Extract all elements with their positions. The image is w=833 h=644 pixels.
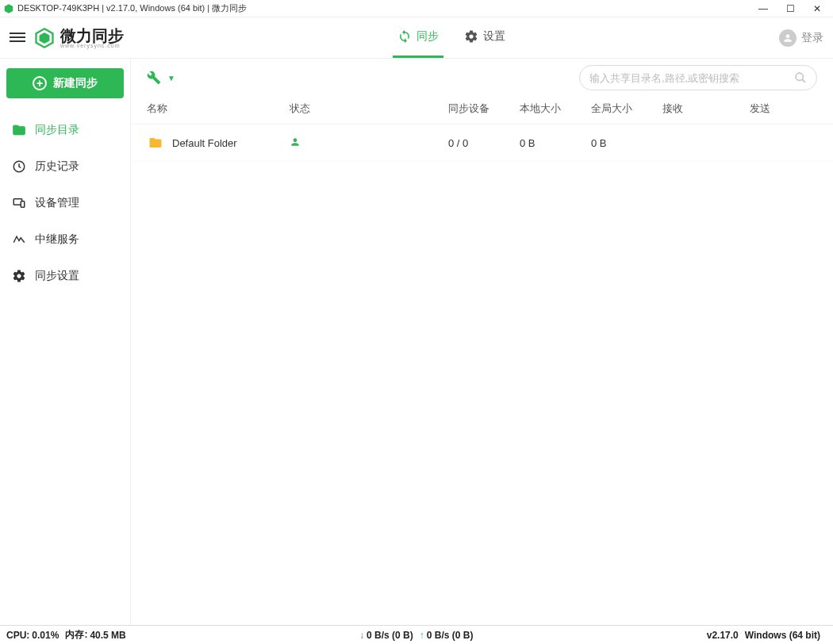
sidebar-item-sync-settings[interactable]: 同步设置 (6, 260, 124, 292)
os-label: Windows (64 bit) (745, 630, 820, 641)
main-panel: ▼ 名称 状态 同步设备 本地大小 全局大小 接收 发送 Default Fol… (131, 59, 833, 625)
svg-point-6 (796, 73, 803, 80)
gear-icon (11, 268, 27, 284)
sidebar-item-history[interactable]: 历史记录 (6, 151, 124, 182)
logo: 微力同步 www.verysync.com (33, 27, 124, 49)
sidebar-item-sync-folders[interactable]: 同步目录 (6, 114, 124, 146)
table-row[interactable]: Default Folder 0 / 0 0 B 0 B (131, 125, 833, 162)
login-label: 登录 (801, 31, 823, 45)
sidebar: + 新建同步 同步目录 历史记录 设备管理 中继服务 同步设置 (0, 59, 131, 625)
download-stat: ↓ 0 B/s (0 B) (359, 630, 413, 641)
version-label: v2.17.0 (707, 630, 739, 641)
table-header: 名称 状态 同步设备 本地大小 全局大小 接收 发送 (131, 97, 833, 125)
sidebar-item-label: 历史记录 (35, 159, 79, 174)
col-global[interactable]: 全局大小 (591, 102, 662, 116)
relay-icon (11, 232, 27, 247)
new-sync-label: 新建同步 (53, 76, 98, 90)
minimize-button[interactable]: — (757, 2, 770, 15)
arrow-up-icon: ↑ (420, 630, 424, 641)
new-sync-button[interactable]: + 新建同步 (6, 68, 124, 98)
brand-name: 微力同步 (60, 28, 124, 44)
row-name: Default Folder (172, 137, 237, 149)
brand-url: www.verysync.com (60, 43, 124, 48)
close-button[interactable]: ✕ (811, 2, 823, 15)
svg-marker-2 (40, 33, 50, 44)
search-input[interactable] (589, 72, 794, 84)
cpu-stat: CPU:0.01% (6, 630, 59, 641)
tab-sync-label: 同步 (416, 29, 439, 44)
row-devices: 0 / 0 (448, 137, 520, 149)
sync-icon (397, 29, 412, 44)
folder-icon (11, 122, 27, 138)
sidebar-item-label: 中继服务 (35, 232, 79, 247)
row-global: 0 B (591, 137, 662, 149)
row-local: 0 B (520, 137, 591, 149)
login-button[interactable]: 登录 (779, 29, 823, 47)
history-icon (11, 159, 27, 174)
status-ok-icon (290, 136, 301, 148)
topbar: 微力同步 www.verysync.com 同步 设置 登录 (0, 17, 833, 59)
col-send[interactable]: 发送 (750, 102, 817, 116)
col-recv[interactable]: 接收 (662, 102, 750, 116)
col-status[interactable]: 状态 (290, 102, 448, 116)
mem-stat: 内存:40.5 MB (65, 628, 125, 642)
folder-icon (147, 136, 164, 150)
menu-button[interactable] (10, 30, 25, 46)
maximize-button[interactable]: ☐ (784, 2, 797, 15)
row-status (290, 136, 448, 150)
search-box[interactable] (579, 65, 817, 90)
plus-icon: + (33, 76, 47, 90)
window-title: DESKTOP-749K3PH | v2.17.0, Windows (64 b… (17, 2, 757, 14)
sidebar-item-relay[interactable]: 中继服务 (6, 224, 124, 255)
devices-icon (11, 195, 27, 211)
tab-settings-label: 设置 (483, 29, 505, 44)
col-devices[interactable]: 同步设备 (448, 102, 520, 116)
col-name[interactable]: 名称 (147, 102, 290, 116)
sidebar-item-label: 同步设置 (35, 269, 79, 283)
tools-dropdown[interactable]: ▼ (147, 71, 175, 85)
sidebar-item-label: 设备管理 (35, 196, 79, 210)
status-bar: CPU:0.01% 内存:40.5 MB ↓ 0 B/s (0 B) ↑ 0 B… (0, 625, 833, 644)
caret-down-icon: ▼ (167, 74, 175, 82)
svg-rect-5 (21, 201, 25, 208)
col-local[interactable]: 本地大小 (520, 102, 591, 116)
gear-icon (464, 29, 478, 44)
sidebar-item-label: 同步目录 (35, 123, 79, 137)
upload-stat: ↑ 0 B/s (0 B) (420, 630, 474, 641)
tab-settings[interactable]: 设置 (459, 17, 510, 58)
svg-marker-0 (5, 4, 13, 13)
arrow-down-icon: ↓ (359, 630, 364, 641)
search-icon (794, 71, 807, 84)
avatar-icon (779, 29, 797, 47)
toolbar: ▼ (131, 59, 833, 97)
tab-sync[interactable]: 同步 (393, 17, 443, 58)
logo-icon (33, 27, 56, 49)
titlebar: DESKTOP-749K3PH | v2.17.0, Windows (64 b… (0, 0, 833, 17)
svg-line-7 (802, 79, 805, 82)
wrench-icon (147, 71, 161, 85)
app-icon (3, 3, 14, 14)
sidebar-item-devices[interactable]: 设备管理 (6, 187, 124, 219)
